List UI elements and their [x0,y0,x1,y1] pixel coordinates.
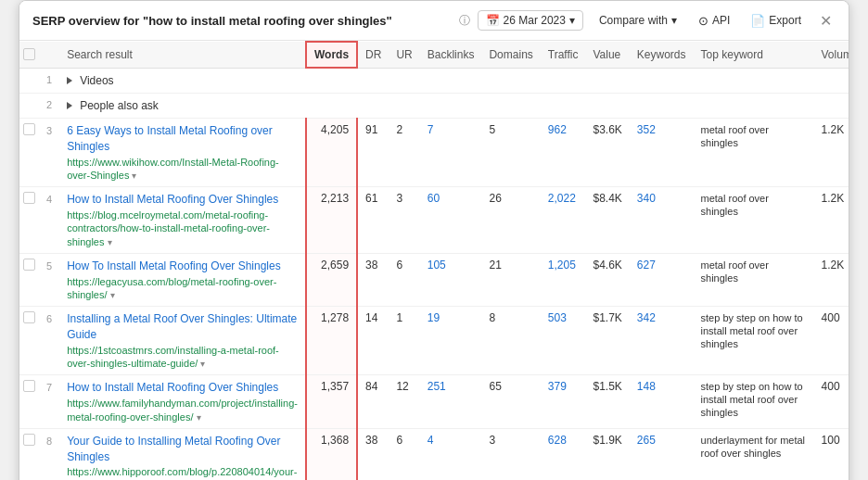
table-row: 7 How to Install Metal Roofing Over Shin… [19,375,849,428]
row-backlinks-cell: 251 [420,375,482,428]
backlinks-link[interactable]: 19 [428,311,440,324]
chevron-down-icon: ▾ [671,14,677,27]
row-backlinks-cell: 4 [420,428,482,480]
api-icon: ⊙ [698,14,708,28]
backlinks-link[interactable]: 105 [428,259,446,272]
results-table-container: Search result Words DR UR Backlinks Doma… [19,41,849,480]
backlinks-link[interactable]: 60 [428,192,440,205]
api-button[interactable]: ⊙ API [693,11,735,31]
row-keywords-cell: 148 [630,375,694,428]
row-dr-cell: 84 [357,375,389,428]
export-button[interactable]: 📄 Export [745,11,807,31]
keywords-link[interactable]: 148 [637,380,656,393]
row-traffic-cell: 2,022 [541,187,586,254]
table-row: 3 6 Easy Ways to Install Metal Roofing o… [19,119,849,187]
row-checkbox[interactable] [23,380,35,392]
row-check-cell [19,307,39,375]
url-expand-icon[interactable]: ▾ [110,290,115,300]
traffic-link[interactable]: 2,022 [548,192,576,205]
result-url[interactable]: https://www.wikihow.com/Install-Metal-Ro… [67,156,298,183]
url-expand-icon[interactable]: ▾ [200,359,205,369]
col-search-result: Search result [59,42,306,68]
row-volume-cell: 400 [814,375,849,428]
info-icon[interactable]: ⓘ [459,13,470,29]
top-keyword-text: metal roof over shingles [701,124,769,148]
result-title-link[interactable]: How to Install Metal Roofing Over Shingl… [67,381,278,394]
row-keywords-cell: 627 [630,253,694,306]
result-url[interactable]: https://www.hipporoof.com/blog/p.2208040… [67,465,298,480]
row-checkbox[interactable] [23,311,35,323]
result-title-link[interactable]: Installing a Metal Roof Over Shingles: U… [67,312,297,341]
table-body: 1 Videos 2 People also ask 3 6 Easy Ways… [19,68,849,480]
row-value-cell: $8.4K [585,187,629,254]
api-label: API [712,14,730,27]
row-ur-cell: 2 [389,119,419,187]
select-all-checkbox[interactable] [23,48,35,60]
row-words-cell: 1,357 [306,375,357,428]
row-checkbox[interactable] [23,123,35,135]
row-num-cell: 4 [39,187,59,254]
col-traffic: Traffic [541,42,586,68]
result-title: How to Install Metal Roofing Over Shingl… [67,380,298,396]
row-traffic-cell: 1,205 [541,253,586,306]
top-keyword-text: step by step on how to install metal roo… [701,381,803,418]
col-ur: UR [389,42,419,68]
backlinks-link[interactable]: 251 [428,380,446,393]
section-check-cell [19,94,39,119]
section-label-cell: People also ask [59,94,849,119]
row-words-cell: 1,278 [306,307,357,375]
row-num-cell: 3 [39,119,59,187]
keywords-link[interactable]: 265 [637,434,656,447]
top-keyword-text: step by step on how to install metal roo… [701,312,803,349]
backlinks-link[interactable]: 4 [428,434,434,447]
row-checkbox[interactable] [23,434,35,446]
row-checkbox[interactable] [23,192,35,204]
result-url[interactable]: https://legacyusa.com/blog/metal-roofing… [67,275,298,302]
keywords-link[interactable]: 340 [637,192,656,205]
backlinks-link[interactable]: 7 [428,123,434,136]
traffic-link[interactable]: 379 [548,380,567,393]
row-result-cell: Your Guide to Installing Metal Roofing O… [59,428,306,480]
result-url[interactable]: https://blog.mcelroymetal.com/metal-roof… [67,208,298,248]
traffic-link[interactable]: 962 [548,123,567,136]
result-title-link[interactable]: Your Guide to Installing Metal Roofing O… [67,435,280,463]
traffic-link[interactable]: 1,205 [548,259,576,272]
compare-button[interactable]: Compare with ▾ [591,10,685,31]
keywords-link[interactable]: 342 [637,311,656,324]
result-url[interactable]: https://www.familyhandyman.com/project/i… [67,397,298,423]
section-expand[interactable]: People also ask [67,99,849,112]
date-picker-button[interactable]: 📅 26 Mar 2023 ▾ [478,10,583,31]
section-label-cell: Videos [59,68,849,94]
result-url[interactable]: https://1stcoastmrs.com/installing-a-met… [67,344,298,371]
traffic-link[interactable]: 503 [548,311,567,324]
row-result-cell: How to Install Metal Roofing Over Shingl… [59,375,306,428]
keywords-link[interactable]: 352 [637,123,656,136]
traffic-link[interactable]: 628 [548,434,567,447]
row-traffic-cell: 628 [541,428,586,480]
row-volume-cell: 1.2K [814,187,849,254]
row-domains-cell: 3 [481,428,540,480]
row-traffic-cell: 962 [541,119,586,187]
section-expand[interactable]: Videos [67,74,849,87]
result-title: How To Install Metal Roofing Over Shingl… [67,259,298,274]
url-expand-icon[interactable]: ▾ [132,171,136,181]
result-title-link[interactable]: How to Install Metal Roofing Over Shingl… [67,193,278,206]
url-expand-icon[interactable]: ▾ [108,237,112,247]
row-ur-cell: 1 [389,307,419,375]
row-volume-cell: 1.2K [814,253,849,306]
col-dr: DR [357,42,389,68]
header-title-static: SERP overview for [32,14,139,28]
row-check-cell [19,375,39,428]
col-words: Words [306,42,357,68]
keywords-link[interactable]: 627 [637,259,656,272]
row-checkbox[interactable] [23,259,35,271]
result-title-link[interactable]: 6 Easy Ways to Install Metal Roofing ove… [67,124,273,153]
col-keywords: Keywords [630,42,694,68]
url-expand-icon[interactable]: ▾ [197,412,201,423]
chevron-down-icon: ▾ [569,14,575,27]
row-value-cell: $3.6K [585,119,629,187]
row-words-cell: 2,213 [306,187,357,254]
section-check-cell [19,68,39,94]
close-button[interactable]: ✕ [816,12,836,30]
result-title-link[interactable]: How To Install Metal Roofing Over Shingl… [67,259,281,272]
